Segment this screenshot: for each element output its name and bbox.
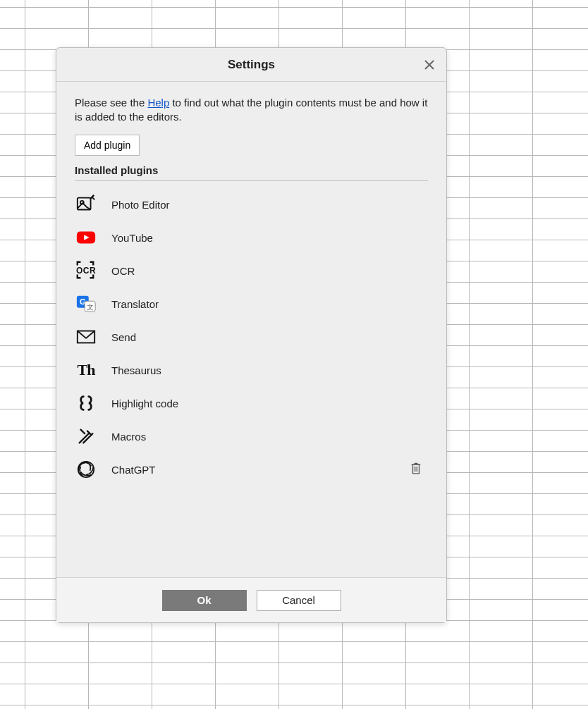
- help-text-prefix: Please see the: [75, 97, 147, 109]
- plugin-item-send[interactable]: Send: [75, 321, 428, 354]
- svg-text:文: 文: [87, 303, 94, 311]
- plugin-name: ChatGPT: [111, 464, 156, 476]
- photo-editor-icon: [75, 193, 97, 216]
- help-text: Please see the Help to find out what the…: [75, 96, 428, 125]
- plugin-name: Macros: [111, 431, 146, 443]
- plugin-name: OCR: [111, 265, 135, 277]
- plugin-item-ocr[interactable]: OCROCR: [75, 254, 428, 288]
- plugin-list: Photo EditorYouTubeOCROCRG文TranslatorSen…: [75, 188, 428, 486]
- dialog-body: Please see the Help to find out what the…: [56, 82, 446, 577]
- plugin-item-photo-editor[interactable]: Photo Editor: [75, 188, 428, 221]
- chatgpt-icon: [75, 458, 97, 481]
- translator-icon: G文: [75, 292, 97, 315]
- plugin-item-macros[interactable]: Macros: [75, 420, 428, 453]
- plugin-name: Photo Editor: [111, 199, 170, 211]
- send-icon: [75, 326, 97, 348]
- plugin-item-youtube[interactable]: YouTube: [75, 221, 428, 254]
- plugin-item-thesaurus[interactable]: ThThesaurus: [75, 354, 428, 387]
- close-icon: [424, 59, 435, 70]
- macros-icon: [75, 425, 97, 448]
- help-link[interactable]: Help: [147, 97, 169, 109]
- settings-dialog: Settings Please see the Help to find out…: [56, 47, 447, 623]
- thesaurus-icon: Th: [75, 359, 97, 381]
- installed-plugins-heading: Installed plugins: [75, 164, 428, 180]
- delete-plugin-button[interactable]: [408, 461, 424, 476]
- plugin-item-chatgpt[interactable]: ChatGPT: [75, 453, 428, 486]
- plugin-item-highlight-code[interactable]: Highlight code: [75, 387, 428, 420]
- plugin-name: Thesaurus: [111, 364, 161, 376]
- trash-icon: [410, 462, 422, 476]
- plugin-item-translator[interactable]: G文Translator: [75, 288, 428, 321]
- section-divider: [75, 180, 428, 181]
- plugin-name: Highlight code: [111, 397, 178, 409]
- dialog-footer: Ok Cancel: [56, 577, 446, 622]
- plugin-name: Send: [111, 331, 136, 343]
- ok-button[interactable]: Ok: [162, 590, 247, 611]
- add-plugin-button[interactable]: Add plugin: [75, 135, 140, 156]
- dialog-title: Settings: [228, 58, 275, 72]
- close-button[interactable]: [419, 55, 439, 75]
- plugin-name: Translator: [111, 298, 159, 310]
- highlight-code-icon: [75, 392, 97, 414]
- plugin-name: YouTube: [111, 232, 153, 244]
- youtube-icon: [75, 226, 97, 249]
- cancel-button[interactable]: Cancel: [257, 590, 341, 611]
- ocr-icon: OCR: [75, 259, 97, 282]
- dialog-header: Settings: [56, 48, 446, 82]
